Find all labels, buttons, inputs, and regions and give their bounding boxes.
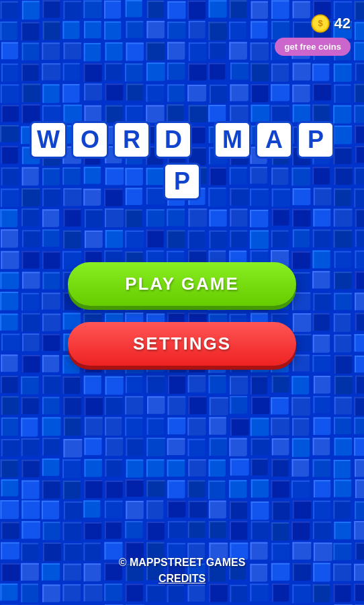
svg-text:$: $ [318, 18, 323, 28]
title-section: W O R D M A P P [0, 121, 364, 200]
buttons-section: PLAY GAME SETTINGS [0, 262, 364, 366]
copyright-text: © MAPPSTREET GAMES [119, 557, 246, 569]
get-free-coins-button[interactable]: get free coins [275, 38, 351, 56]
title-letter-D: D [154, 121, 192, 159]
coins-display: $ 42 [310, 13, 351, 34]
title-space [196, 121, 210, 159]
title-letter-O: O [71, 121, 109, 159]
title-letter-R: R [113, 121, 150, 159]
title-letter-A: A [255, 121, 293, 159]
top-bar: $ 42 get free coins [275, 13, 351, 56]
title-letter-W: W [30, 121, 67, 159]
coin-count: 42 [334, 15, 351, 32]
footer-section: © MAPPSTREET GAMES CREDITS [0, 557, 364, 585]
coin-icon: $ [310, 13, 330, 34]
title-letter-P1: P [297, 121, 334, 159]
title-letter-M: M [214, 121, 251, 159]
credits-link[interactable]: CREDITS [158, 573, 206, 585]
title-letter-P2: P [163, 163, 201, 200]
settings-button[interactable]: SETTINGS [68, 322, 296, 366]
play-game-button[interactable]: PLAY GAME [68, 262, 296, 306]
title-letters: W O R D M A P P [0, 121, 364, 200]
